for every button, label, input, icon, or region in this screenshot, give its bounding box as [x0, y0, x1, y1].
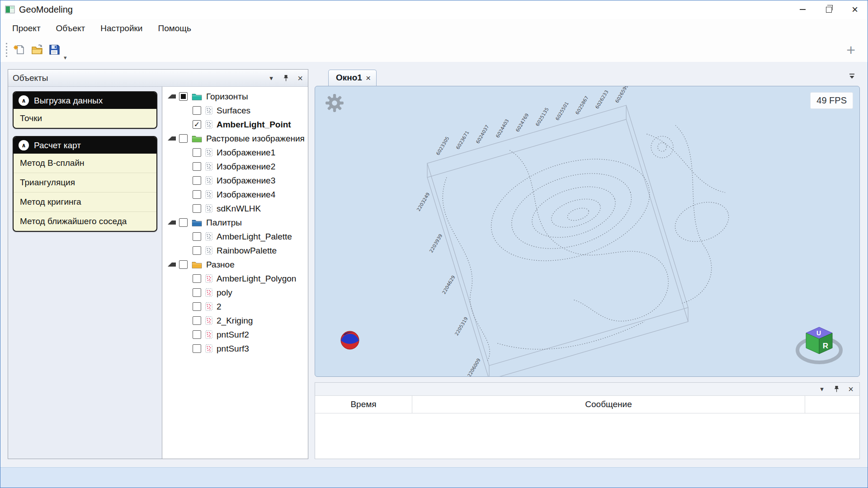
tree-expander-icon[interactable] [168, 263, 176, 267]
tree-checkbox[interactable] [193, 274, 201, 283]
ops-item[interactable]: Метод кригинга [14, 192, 156, 211]
panel-close-icon[interactable]: × [296, 74, 304, 82]
tree-checkbox[interactable] [193, 302, 201, 311]
log-column-header[interactable]: Время [315, 396, 412, 413]
tree-checkbox[interactable] [193, 330, 201, 339]
log-column-header[interactable]: Сообщение [412, 396, 805, 413]
menu-item[interactable]: Проект [5, 19, 48, 38]
tree-folder-row[interactable]: Горизонты [162, 89, 308, 103]
ops-group: ∧Расчет картМетод B-сплайнТриангуляцияМе… [13, 136, 157, 232]
ops-group-header[interactable]: ∧Расчет карт [14, 137, 156, 154]
ops-group-header[interactable]: ∧Выгрузка данных [14, 92, 156, 109]
tree-item-row[interactable]: pntSurf2 [162, 328, 308, 342]
tab-close-icon[interactable]: × [366, 74, 371, 82]
folder-icon [192, 93, 202, 101]
document-icon [205, 316, 212, 325]
ops-item[interactable]: Точки [14, 109, 156, 128]
orientation-orb[interactable] [339, 328, 361, 353]
tree-checkbox[interactable] [193, 232, 201, 241]
scene-canvas: 6023305602367160240376024403602476960251… [315, 86, 859, 376]
log-column-header[interactable] [805, 396, 859, 413]
tree-item-row[interactable]: Изображение1 [162, 145, 308, 160]
tree-checkbox[interactable] [193, 162, 201, 171]
close-button[interactable]: × [842, 0, 868, 19]
viewport-3d[interactable]: 6023305602367160240376024403602476960251… [315, 86, 860, 377]
tree-folder-row[interactable]: Палитры [162, 216, 308, 230]
add-toolbar-button[interactable]: + [846, 42, 855, 57]
ops-item[interactable]: Метод ближайшего соседа [14, 211, 156, 231]
tree-expander-icon[interactable] [168, 136, 176, 141]
tab-okno1[interactable]: Окно1 × [328, 70, 377, 86]
tree-item-row[interactable]: Surfaces [162, 103, 308, 117]
tree-checkbox[interactable] [193, 148, 201, 157]
collapse-chevron-icon[interactable]: ∧ [19, 140, 29, 150]
x-axis-tick-label: 6026599 [614, 86, 629, 104]
tree-checkbox[interactable] [179, 92, 188, 101]
panel-menu-chevron-icon[interactable]: ▾ [818, 385, 826, 393]
panel-menu-chevron-icon[interactable]: ▾ [267, 74, 275, 82]
tree-item-row[interactable]: Изображение3 [162, 174, 308, 188]
new-document-icon [13, 43, 27, 56]
menu-item[interactable]: Объект [48, 19, 93, 38]
menu-item[interactable]: Помощь [150, 19, 198, 38]
tree-checkbox[interactable] [193, 246, 201, 255]
tree-item-row[interactable]: RainbowPalette [162, 244, 308, 258]
tree-checkbox[interactable] [193, 316, 201, 325]
tree-expander-icon[interactable] [168, 94, 176, 99]
new-project-button[interactable] [11, 41, 28, 58]
toolbar-overflow-icon[interactable]: ▾ [64, 54, 67, 61]
ops-item[interactable]: Метод B-сплайн [14, 154, 156, 173]
save-icon [47, 43, 61, 56]
tree-item-row[interactable]: Изображение4 [162, 188, 308, 202]
tree-item-row[interactable]: 2_Kriging [162, 314, 308, 328]
x-axis-tick-label: 6024403 [495, 118, 510, 138]
settings-gear-icon[interactable] [325, 94, 344, 114]
tree-item-row[interactable]: AmberLight_Palette [162, 230, 308, 244]
tree-checkbox[interactable] [193, 204, 201, 213]
tree-item-row[interactable]: sdKnWLHK [162, 202, 308, 216]
log-table-body[interactable] [315, 413, 859, 459]
tree-item-row[interactable]: Изображение2 [162, 160, 308, 174]
objects-panel-header[interactable]: Объекты ▾ × [8, 70, 308, 87]
tab-list-icon[interactable] [849, 73, 855, 81]
tree-item-row[interactable]: ✓AmberLight_Point [162, 117, 308, 131]
pin-icon[interactable] [282, 74, 290, 82]
menu-item[interactable]: Настройки [93, 19, 150, 38]
tree-expander-icon[interactable] [168, 221, 176, 225]
tree-checkbox[interactable] [193, 344, 201, 353]
toolbar-grip[interactable] [5, 42, 8, 57]
tree-checkbox[interactable] [193, 106, 201, 115]
collapse-chevron-icon[interactable]: ∧ [19, 95, 29, 106]
x-axis-tick-label: 6023305 [435, 136, 450, 156]
ops-item[interactable]: Триангуляция [14, 173, 156, 192]
tree-checkbox[interactable] [179, 260, 188, 269]
panel-close-icon[interactable]: × [847, 385, 855, 393]
tree-checkbox[interactable] [179, 218, 188, 227]
tree-item-row[interactable]: pntSurf3 [162, 342, 308, 356]
navigation-cube[interactable]: U R [791, 316, 848, 368]
restore-button[interactable] [816, 0, 842, 19]
folder-icon [192, 219, 202, 227]
tree-item-row[interactable]: poly [162, 286, 308, 300]
tree-checkbox[interactable]: ✓ [193, 120, 201, 129]
tree-checkbox[interactable] [193, 190, 201, 199]
open-button[interactable] [28, 41, 46, 58]
tree-item-label: 2 [217, 302, 222, 312]
tree-checkbox[interactable] [193, 176, 201, 185]
tree-folder-row[interactable]: Разное [162, 258, 308, 272]
tree-checkbox[interactable] [179, 134, 188, 143]
minimize-button[interactable] [789, 0, 816, 19]
tree-item-label: Surfaces [217, 106, 250, 116]
tree-item-row[interactable]: AmberLight_Polygon [162, 272, 308, 286]
document-icon [205, 344, 212, 353]
app-logo-icon [5, 4, 15, 15]
tree-folder-row[interactable]: Растровые изображения [162, 131, 308, 145]
save-button[interactable] [46, 41, 63, 58]
minimize-icon [800, 9, 806, 10]
tree-item-row[interactable]: 2 [162, 300, 308, 314]
tree-checkbox[interactable] [193, 288, 201, 297]
tree-item-label: Изображение4 [217, 190, 275, 200]
tree-item-label: poly [217, 288, 232, 298]
pin-icon[interactable] [832, 385, 840, 393]
tree-item-label: Растровые изображения [206, 134, 305, 144]
